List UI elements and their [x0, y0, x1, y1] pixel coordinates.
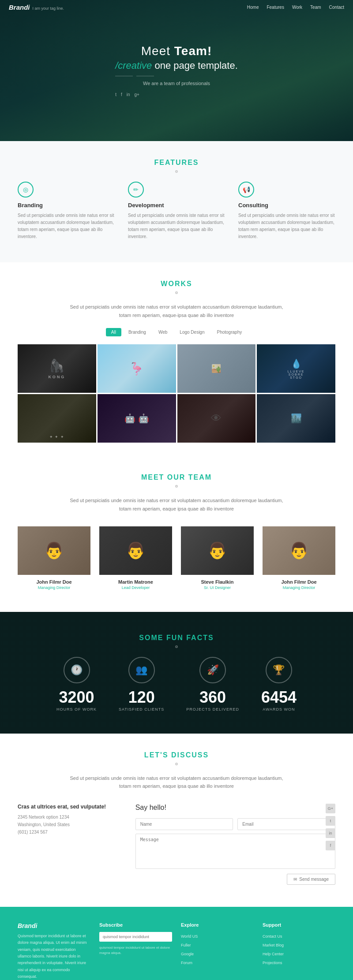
footer-subscribe-col: Subscribe quismod tempor incididunt ut l…	[99, 922, 172, 980]
nav-team[interactable]: Team	[310, 5, 321, 10]
name-input[interactable]	[135, 818, 233, 830]
explore-world[interactable]: World US	[181, 934, 198, 939]
features-title: FEATURES	[18, 159, 335, 167]
form-submit-row: ✉ Send message	[135, 874, 335, 885]
hero-section: Meet Team! /creative one page template. …	[0, 0, 353, 141]
facts-title: SOME FUN FACTS	[18, 634, 335, 642]
filter-logo[interactable]: Logo Design	[174, 328, 210, 336]
contact-title: LET'S DISCUSS	[18, 751, 335, 759]
form-row-name-email	[135, 818, 335, 830]
explore-fuller[interactable]: Fuller	[181, 943, 191, 947]
team-member-3: 👨 Steve Flaulkin Sr. UI Designer	[181, 526, 254, 590]
social-gplus[interactable]: G+	[326, 804, 335, 813]
message-input[interactable]	[135, 834, 335, 869]
support-blog[interactable]: Market Blog	[263, 943, 284, 947]
consulting-icon: 📢	[238, 182, 254, 197]
work-item-eye[interactable]: 👁	[177, 394, 256, 443]
fact-hours: 🕐 3200 HOURS OF WORK	[56, 657, 97, 712]
nav-home[interactable]: Home	[247, 5, 259, 10]
team-photo-2: 👨	[99, 526, 172, 575]
works-desc: Sed ut perspiciatis unde omnis iste natu…	[66, 303, 287, 319]
nav-work[interactable]: Work	[292, 5, 302, 10]
contact-left-title: Cras at ultrices erat, sed vulputate!	[18, 804, 118, 810]
explore-google[interactable]: Google	[181, 952, 194, 956]
social-pinterest[interactable]: in	[127, 92, 130, 97]
social-linkedin[interactable]: in	[326, 828, 335, 838]
branding-icon: ◎	[18, 182, 34, 197]
send-label: Send message	[299, 877, 329, 882]
team-photo-3: 👨	[181, 526, 254, 575]
nav-features[interactable]: Features	[267, 5, 284, 10]
work-item-desert[interactable]: 🏜️	[177, 344, 256, 393]
consulting-title: Consulting	[238, 202, 335, 209]
work-item-cartoon[interactable]: 🏙️	[257, 394, 335, 443]
development-icon: ✏	[128, 182, 144, 197]
work-item-pelican[interactable]: 🦩	[98, 344, 176, 393]
explore-forum[interactable]: Forum	[181, 961, 192, 965]
fact-clients-number: 120	[119, 689, 164, 705]
subscribe-input[interactable]	[99, 932, 172, 942]
consulting-text: Sed ut perspiciatis unde omnis iste natu…	[238, 212, 335, 240]
nav-logo: Brandi	[9, 4, 30, 11]
feature-branding: ◎ Branding Sed ut perspiciatis unde omni…	[18, 182, 115, 240]
social-tw[interactable]: t	[326, 816, 335, 826]
work-item-poster[interactable]: 💧 LLUEVESOBRESTGO	[257, 344, 335, 393]
email-input[interactable]	[237, 818, 335, 830]
fact-clients: 👥 120 SATISFIED CLIENTS	[119, 657, 164, 712]
footer-brand-col: Brandi Quismod tempor incididunt ut labo…	[18, 922, 90, 980]
work-item-soldiers[interactable]: ✦ ✦ ✦	[18, 394, 96, 443]
filter-all[interactable]: All	[106, 328, 121, 336]
footer-support-title: Support	[263, 922, 335, 928]
support-help[interactable]: Help Center	[263, 952, 284, 956]
support-contact[interactable]: Contact Us	[263, 934, 282, 939]
contact-form: G+ t in f Say hello! ✉ Send message	[135, 804, 335, 885]
branding-text: Sed ut perspiciatis unde omnis iste natu…	[18, 212, 115, 240]
social-facebook[interactable]: f	[121, 92, 122, 97]
team-photo-1: 👨	[18, 526, 90, 575]
support-projections[interactable]: Projections	[263, 961, 282, 965]
nav-contact[interactable]: Contact	[329, 5, 344, 10]
hero-headline: Meet Team!	[115, 44, 238, 58]
facts-section: SOME FUN FACTS 🕐 3200 HOURS OF WORK 👥 12…	[0, 612, 353, 734]
contact-grid: Cras at ultrices erat, sed vulputate! 23…	[18, 804, 335, 885]
team-name-3: Steve Flaulkin	[181, 579, 254, 585]
filter-web[interactable]: Web	[153, 328, 173, 336]
clients-icon: 👥	[128, 657, 155, 683]
works-filter: All Branding Web Logo Design Photography	[18, 328, 335, 336]
work-item-robots[interactable]: 🤖 🤖	[98, 394, 176, 443]
work-item-gorilla[interactable]: 🦍 KONG	[18, 344, 96, 393]
facts-divider	[18, 645, 335, 648]
social-fb[interactable]: f	[326, 841, 335, 850]
clock-icon: 🕐	[64, 657, 90, 683]
navigation: Brandi I am your tag line. Home Features…	[0, 0, 353, 15]
social-googleplus[interactable]: g+	[135, 92, 139, 97]
filter-branding[interactable]: Branding	[123, 328, 151, 336]
fact-awards-number: 6454	[261, 689, 297, 705]
filter-photo[interactable]: Photography	[211, 328, 247, 336]
team-divider	[18, 485, 335, 488]
features-section: FEATURES ◎ Branding Sed ut perspiciatis …	[0, 141, 353, 262]
team-photo-4: 👨	[263, 526, 335, 575]
contact-desc: Sed ut perspiciatis unde omnis iste natu…	[66, 774, 287, 790]
team-member-1: 👨 John Filmr Doe Managing Director	[18, 526, 90, 590]
team-grid: 👨 John Filmr Doe Managing Director 👨 Mar…	[18, 526, 335, 590]
team-title: MEET OUR TEAM	[18, 473, 335, 481]
footer-explore-col: Explore World US Fuller Google Forum	[181, 922, 254, 980]
footer-support-col: Support Contact Us Market Blog Help Cent…	[263, 922, 335, 980]
send-button[interactable]: ✉ Send message	[287, 874, 335, 885]
fact-awards-label: AWARDS WON	[261, 707, 297, 712]
footer-logo: Brandi	[18, 922, 90, 929]
contact-left-text: 2345 Network option 1234Washington, Unit…	[18, 813, 118, 836]
team-member-2: 👨 Martin Matrone Lead Developer	[99, 526, 172, 590]
social-twitter[interactable]: t	[115, 92, 116, 97]
features-grid: ◎ Branding Sed ut perspiciatis unde omni…	[18, 182, 335, 240]
team-role-2: Lead Developer	[99, 585, 172, 590]
footer-desc: Quismod tempor incididunt ut labore et d…	[18, 933, 90, 980]
fact-projects-label: PROJECTS DELIVERED	[186, 707, 239, 712]
nav-tagline: I am your tag line.	[33, 6, 64, 11]
branding-title: Branding	[18, 202, 115, 209]
feature-consulting: 📢 Consulting Sed ut perspiciatis unde om…	[238, 182, 335, 240]
form-title: Say hello!	[135, 804, 335, 812]
footer: Brandi Quismod tempor incididunt ut labo…	[0, 907, 353, 980]
subscribe-desc: quismod tempor incididunt ut labore et d…	[99, 945, 172, 956]
